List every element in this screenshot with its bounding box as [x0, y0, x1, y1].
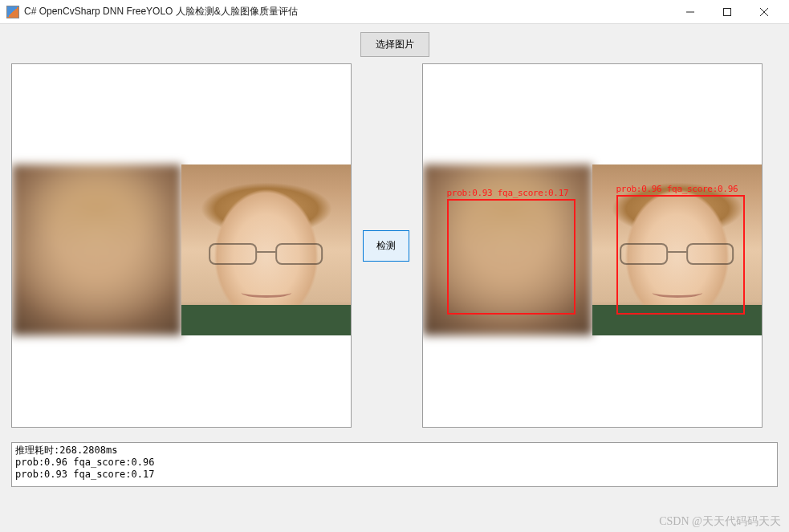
result-image-panel: prob:0.93 fqa_score:0.17 prob:0.96 fqa_s…	[422, 63, 763, 428]
svg-rect-1	[724, 8, 731, 15]
source-face-sharp	[181, 164, 351, 335]
source-face-blur	[12, 164, 181, 335]
client-area: 选择图片 检测	[0, 24, 789, 532]
window-titlebar: C# OpenCvSharp DNN FreeYOLO 人脸检测&人脸图像质量评…	[0, 0, 789, 24]
output-textbox[interactable]: 推理耗时:268.2808ms prob:0.96 fqa_score:0.96…	[11, 442, 778, 487]
source-image	[12, 164, 351, 335]
watermark-text: CSDN @天天代码码天天	[659, 514, 781, 529]
maximize-button[interactable]	[709, 1, 746, 23]
detect-button[interactable]: 检测	[363, 230, 409, 262]
detection-bbox-1: prob:0.96 fqa_score:0.96	[616, 195, 745, 315]
output-line-1: 推理耗时:268.2808ms	[15, 445, 117, 456]
app-icon	[6, 6, 19, 18]
top-button-row: 选择图片	[11, 32, 778, 57]
main-row: 检测 prob:0.93 fq	[11, 63, 778, 428]
minimize-button[interactable]	[672, 1, 709, 23]
output-line-2: prob:0.96 fqa_score:0.96	[15, 457, 154, 468]
result-image: prob:0.93 fqa_score:0.17 prob:0.96 fqa_s…	[423, 164, 762, 335]
middle-button-col: 检测	[363, 230, 411, 262]
detection-label-1: prob:0.96 fqa_score:0.96	[616, 184, 738, 194]
source-image-panel	[11, 63, 352, 428]
select-image-button[interactable]: 选择图片	[360, 32, 429, 57]
window-controls	[672, 1, 783, 23]
detection-bbox-0: prob:0.93 fqa_score:0.17	[447, 199, 575, 315]
detection-label-0: prob:0.93 fqa_score:0.17	[447, 188, 569, 198]
close-button[interactable]	[746, 1, 783, 23]
window-title: C# OpenCvSharp DNN FreeYOLO 人脸检测&人脸图像质量评…	[24, 5, 672, 18]
output-line-3: prob:0.93 fqa_score:0.17	[15, 469, 154, 480]
